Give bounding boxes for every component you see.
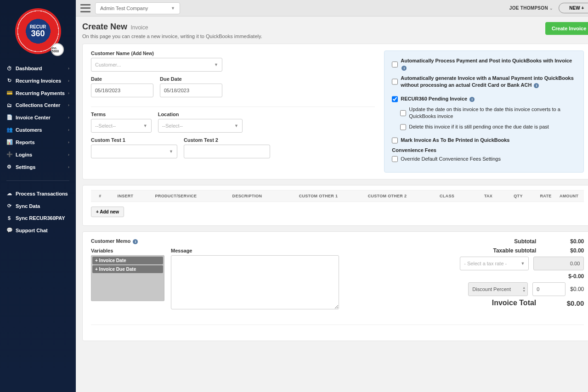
sidebar-item-label: Sync RECUR360PAY [16, 215, 65, 221]
sidebar-item-label: Dashboard [16, 66, 42, 71]
logins-icon: ➕ [6, 151, 12, 157]
info-icon[interactable]: i [401, 66, 407, 71]
topbar: Admin Test Company ▼ JOE THOMPSON ⌄ NEW … [76, 0, 588, 17]
options-panel: Automatically Process Payment and Post i… [384, 50, 584, 173]
subtotal-value: $0.00 [543, 238, 584, 245]
caret-down-icon: ▼ [234, 123, 238, 128]
sidebar-item-logins[interactable]: ➕Logins› [0, 148, 76, 161]
sidebar-item-invoice-center[interactable]: 📄Invoice Center› [0, 111, 76, 123]
opt-mark-printed-checkbox[interactable] [392, 137, 398, 144]
sidebar-item-label: Settings [16, 164, 35, 170]
sidebar-item-label: Recurring Payments [16, 90, 65, 96]
info-icon[interactable]: i [469, 97, 475, 102]
cloud-icon: ☁ [6, 190, 12, 196]
custom-test-1-label: Custom Test 1 [91, 137, 177, 143]
opt-auto-process-checkbox[interactable] [392, 58, 398, 71]
chevron-right-icon: › [68, 103, 69, 107]
opt-pending-checkbox[interactable] [392, 96, 398, 102]
sidebar-item-label: Reports [16, 140, 35, 145]
variable-invoice-due-date[interactable]: + Invoice Due Date [92, 265, 163, 273]
sidebar-process-transactions[interactable]: ☁Process Transactions [0, 187, 76, 200]
sidebar-item-label: Recurring Invoices [16, 78, 61, 84]
customer-memo-heading: Customer Memo i [91, 238, 339, 244]
create-invoice-button[interactable]: Create Invoice [545, 22, 588, 35]
opt-manual-payment-checkbox[interactable] [392, 75, 398, 89]
discount-value-input[interactable] [532, 282, 565, 296]
company-select[interactable]: Admin Test Company ▼ [95, 2, 180, 14]
sidebar-item-label: Logins [16, 152, 32, 157]
th-custom2: CUSTOM OTHER 2 [353, 194, 422, 198]
sidebar-item-settings[interactable]: ⚙Settings› [0, 161, 76, 173]
sidebar-item-dashboard[interactable]: ⏱Dashboard› [0, 62, 76, 74]
opt-update-date-checkbox[interactable] [400, 106, 406, 120]
sidebar-support-chat[interactable]: 💬Support Chat [0, 224, 76, 236]
tax-amount-input [533, 257, 584, 270]
sidebar-item-label: Process Transactions [16, 191, 68, 196]
form-divider [91, 106, 375, 107]
page-description: On this page you can create a new invoic… [82, 34, 262, 39]
customers-icon: 👥 [6, 127, 12, 133]
opt-delete-pending-checkbox[interactable] [400, 124, 406, 130]
th-insert: INSERT [109, 194, 141, 198]
menu-toggle-icon[interactable] [80, 4, 90, 12]
opt-update-date-label: Update the date on this invoice to the d… [409, 106, 576, 120]
th-amount: AMOUNT [560, 194, 584, 198]
chevron-right-icon: › [68, 140, 69, 145]
inc5000-badge: Inc. 5000 [51, 43, 64, 56]
opt-pending-label: RECUR360 Pending Invoice i [401, 95, 475, 102]
new-button[interactable]: NEW + [559, 3, 588, 13]
customer-name-label: Customer Name (Add New) [91, 50, 222, 56]
location-label: Location [158, 112, 243, 117]
stepper-icon: ▲▼ [522, 286, 526, 292]
terms-label: Terms [91, 112, 152, 117]
invoice-icon: 📄 [6, 114, 12, 120]
info-icon[interactable]: i [133, 239, 138, 244]
bottom-divider [91, 325, 584, 325]
chevron-right-icon: › [68, 165, 69, 169]
add-line-button[interactable]: + Add new [91, 207, 124, 217]
location-select[interactable]: --Select--▼ [158, 119, 243, 133]
chevron-right-icon: › [68, 152, 69, 157]
opt-override-fees-label: Override Default Convenience Fees Settin… [401, 156, 501, 162]
date-label: Date [91, 76, 153, 82]
th-number: # [91, 194, 109, 198]
sidebar-item-recurring-payments[interactable]: 💳Recurring Payments› [0, 87, 76, 99]
message-label: Message [171, 248, 339, 253]
sidebar-item-label: Invoice Center [16, 115, 51, 120]
sidebar-item-collections[interactable]: 🗂Collections Center› [0, 99, 76, 111]
custom-test-1-select[interactable]: ▼ [91, 145, 177, 158]
opt-override-fees-checkbox[interactable] [392, 156, 398, 162]
add-new-customer-link[interactable]: (Add New) [131, 51, 153, 56]
th-tax: TAX [472, 194, 504, 198]
th-qty: QTY [504, 194, 532, 198]
tax-rate-select[interactable]: - Select a tax rate -▼ [460, 257, 529, 270]
card-icon: 💳 [6, 90, 12, 96]
totals-panel: Subtotal $0.00 Taxable subtotal $0.00 - … [418, 238, 584, 311]
chevron-right-icon: › [68, 66, 69, 71]
subtotal-label: Subtotal [514, 238, 536, 245]
sidebar-item-reports[interactable]: 📊Reports› [0, 136, 76, 148]
sidebar-sync-data[interactable]: ⟳Sync Data [0, 200, 76, 212]
taxable-subtotal-value: $0.00 [543, 247, 584, 254]
sidebar-item-recurring-invoices[interactable]: ↻Recurring Invoices› [0, 74, 76, 87]
sidebar-sync-recur360pay[interactable]: $Sync RECUR360PAY [0, 212, 76, 224]
collections-icon: 🗂 [6, 102, 12, 108]
sidebar-item-customers[interactable]: 👥Customers› [0, 123, 76, 136]
discount-type-select[interactable]: Discount Percent▲▼ [468, 282, 528, 296]
dollar-icon: $ [6, 215, 12, 221]
caret-down-icon: ▼ [143, 123, 147, 128]
customer-select[interactable]: Customer... ▼ [91, 58, 222, 72]
variable-invoice-date[interactable]: + Invoice Date [92, 257, 163, 264]
terms-select[interactable]: --Select--▼ [91, 119, 152, 133]
custom-test-2-input[interactable] [184, 145, 270, 158]
chevron-right-icon: › [68, 91, 69, 95]
due-date-input[interactable] [160, 84, 222, 97]
date-input[interactable] [91, 84, 153, 97]
opt-manual-payment-label: Automatically generate Invoice with a Ma… [401, 75, 576, 89]
convenience-fees-heading: Convenience Fees [392, 147, 576, 153]
message-textarea[interactable] [171, 255, 339, 309]
th-description: DESCRIPTION [210, 194, 284, 198]
info-icon[interactable]: i [534, 83, 539, 88]
discount-line-value: $0.00 [570, 286, 584, 292]
user-menu[interactable]: JOE THOMPSON ⌄ [509, 6, 554, 11]
